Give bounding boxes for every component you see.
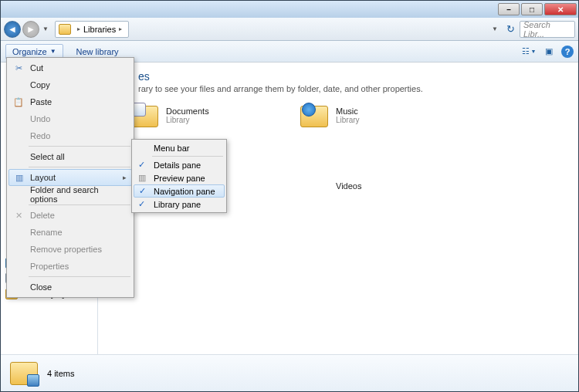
submenu-library-pane[interactable]: ✓Library pane <box>134 198 225 211</box>
library-item-music[interactable]: MusicLibrary <box>300 103 424 127</box>
chevron-right-icon[interactable]: ▸ <box>77 25 80 32</box>
submenu-navigation-pane[interactable]: ✓Navigation pane <box>134 184 225 198</box>
submenu-menu-bar[interactable]: Menu bar <box>134 141 225 154</box>
refresh-button[interactable]: ↻ <box>503 23 518 35</box>
search-input[interactable]: Search Libr... <box>520 21 575 38</box>
menu-rename[interactable]: Rename <box>8 224 132 241</box>
menu-redo[interactable]: Redo <box>8 127 132 144</box>
menu-remove-properties[interactable]: Remove properties <box>8 241 132 258</box>
check-icon: ✓ <box>139 186 146 196</box>
organize-menu: ✂Cut Copy 📋Paste Undo Redo Select all ▥L… <box>6 57 134 298</box>
check-icon: ✓ <box>138 199 145 209</box>
preview-pane-toggle[interactable]: ▣ <box>541 44 557 59</box>
breadcrumb[interactable]: ▸ Libraries ▸ <box>55 21 129 38</box>
library-type: Library <box>336 116 360 124</box>
menu-separator <box>29 276 130 277</box>
menu-separator <box>29 204 130 205</box>
layout-icon: ▥ <box>13 172 25 183</box>
music-icon <box>300 103 328 127</box>
library-name: Videos <box>336 181 361 191</box>
nav-row: ◄ ► ▼ ▸ Libraries ▸ ▼ ↻ Search Libr... <box>1 18 578 41</box>
menu-folder-options[interactable]: Folder and search options <box>8 186 132 203</box>
chevron-down-icon: ▼ <box>50 48 56 55</box>
menu-cut[interactable]: ✂Cut <box>8 59 132 76</box>
menu-separator <box>29 146 130 147</box>
breadcrumb-root[interactable]: Libraries <box>83 25 116 34</box>
library-name: Music <box>336 106 360 116</box>
folder-icon <box>59 24 71 35</box>
page-title: es <box>138 70 569 83</box>
scissors-icon: ✂ <box>12 63 25 73</box>
chevron-right-icon[interactable]: ▸ <box>119 25 122 32</box>
back-button[interactable]: ◄ <box>4 21 21 38</box>
delete-icon: ✕ <box>12 210 25 221</box>
menu-paste[interactable]: 📋Paste <box>8 93 132 110</box>
search-placeholder: Search Libr... <box>523 21 571 38</box>
help-button[interactable]: ? <box>561 46 574 58</box>
page-description: rary to see your files and arrange them … <box>138 84 569 93</box>
close-button[interactable]: ✕ <box>544 3 577 15</box>
submenu-preview-pane[interactable]: ▥Preview pane <box>134 171 225 184</box>
nav-history-dropdown[interactable]: ▼ <box>41 21 50 38</box>
clipboard-icon: 📋 <box>12 96 25 107</box>
view-mode-button[interactable]: ☷▼ <box>521 44 537 59</box>
menu-undo[interactable]: Undo <box>8 110 132 127</box>
menu-layout[interactable]: ▥Layout▸ <box>8 169 132 186</box>
minimize-button[interactable]: – <box>498 3 520 15</box>
menu-properties[interactable]: Properties <box>8 258 132 275</box>
breadcrumb-dropdown[interactable]: ▼ <box>492 25 498 32</box>
check-icon: ✓ <box>138 160 145 170</box>
menu-select-all[interactable]: Select all <box>8 148 132 165</box>
library-name: Documents <box>166 106 209 116</box>
item-count: 4 items <box>47 369 74 378</box>
library-type: Library <box>166 116 209 124</box>
details-pane: 4 items <box>1 354 578 391</box>
menu-separator <box>29 167 130 167</box>
submenu-details-pane[interactable]: ✓Details pane <box>134 158 225 171</box>
titlebar: – □ ✕ <box>1 1 578 18</box>
forward-button[interactable]: ► <box>22 21 39 38</box>
menu-close[interactable]: Close <box>8 279 132 296</box>
organize-label: Organize <box>12 47 47 56</box>
documents-icon <box>130 103 158 127</box>
layout-submenu: Menu bar ✓Details pane ▥Preview pane ✓Na… <box>131 139 227 213</box>
library-item-videos[interactable]: Videos <box>300 174 424 198</box>
preview-icon: ▥ <box>138 173 146 183</box>
menu-delete[interactable]: ✕Delete <box>8 207 132 224</box>
chevron-right-icon: ▸ <box>123 174 127 181</box>
menu-copy[interactable]: Copy <box>8 76 132 93</box>
menu-separator <box>152 156 223 157</box>
library-item-documents[interactable]: DocumentsLibrary <box>130 103 254 127</box>
maximize-button[interactable]: □ <box>521 3 543 15</box>
libraries-icon <box>10 362 38 385</box>
